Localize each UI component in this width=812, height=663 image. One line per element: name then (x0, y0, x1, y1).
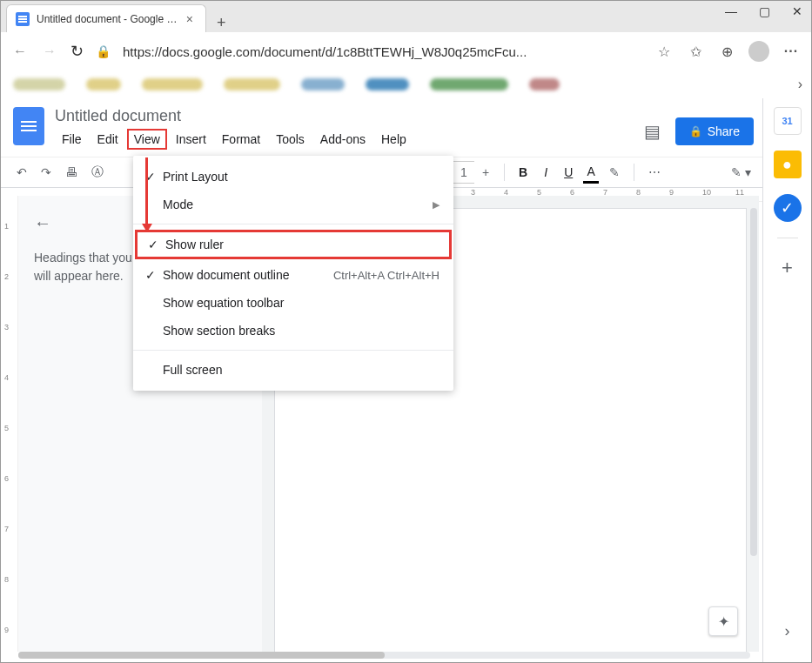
profile-avatar-icon[interactable] (748, 41, 769, 62)
bookmark-item[interactable] (86, 78, 121, 90)
menu-help[interactable]: Help (374, 129, 413, 150)
scroll-thumb[interactable] (18, 652, 385, 659)
text-color-button[interactable]: A (583, 162, 599, 184)
menu-edit[interactable]: Edit (91, 129, 125, 150)
share-button[interactable]: 🔒 Share (675, 117, 754, 145)
underline-button[interactable]: U (560, 162, 576, 183)
horizontal-scrollbar[interactable] (18, 652, 750, 659)
menu-item-show-equation[interactable]: Show equation toolbar (133, 289, 453, 317)
url-field[interactable]: https://docs.google.com/document/d/1c8Bt… (123, 44, 642, 59)
italic-button[interactable]: I (538, 162, 554, 183)
forward-icon[interactable]: → (41, 44, 58, 59)
menu-view[interactable]: View (127, 129, 167, 150)
menu-item-show-ruler[interactable]: ✓ Show ruler (135, 230, 452, 259)
redo-icon[interactable]: ↷ (37, 162, 55, 183)
side-panel-collapse-icon[interactable]: › (774, 617, 802, 645)
menu-item-full-screen[interactable]: Full screen (133, 356, 453, 384)
bookmark-item[interactable] (142, 78, 203, 90)
spellcheck-icon[interactable]: Ⓐ (88, 161, 107, 184)
star-icon[interactable]: ☆ (654, 44, 674, 60)
address-bar: ← → ↻ 🔒 https://docs.google.com/document… (1, 32, 811, 70)
view-menu-dropdown: ✓ Print Layout Mode ▶ ✓ Show ruler ✓ Sho… (133, 156, 453, 391)
vertical-scrollbar[interactable] (750, 208, 757, 556)
vertical-ruler[interactable]: 123456789 (1, 196, 18, 652)
new-tab-button[interactable]: + (206, 14, 237, 32)
keep-icon[interactable]: ● (774, 151, 802, 178)
menu-divider (133, 350, 453, 351)
menu-item-show-outline[interactable]: ✓ Show document outline Ctrl+Alt+A Ctrl+… (133, 261, 453, 289)
undo-icon[interactable]: ↶ (13, 162, 30, 183)
bookmarks-overflow-icon[interactable]: › (798, 77, 802, 92)
window-controls: — ▢ ✕ (722, 4, 806, 18)
highlight-button[interactable]: ✎ (606, 162, 623, 183)
menu-bar: File Edit View Insert Format Tools Add-o… (55, 129, 413, 150)
favorites-icon[interactable]: ✩ (686, 44, 705, 60)
submenu-arrow-icon: ▶ (433, 199, 440, 211)
back-icon[interactable]: ← (11, 44, 29, 59)
bookmark-item[interactable] (301, 78, 345, 90)
menu-addons[interactable]: Add-ons (313, 129, 372, 150)
print-icon[interactable]: 🖶 (62, 162, 81, 183)
browser-menu-icon[interactable]: ··· (782, 44, 801, 59)
toolbar-more-icon[interactable]: ⋯ (645, 162, 664, 183)
menu-tools[interactable]: Tools (269, 129, 312, 150)
zoom-in-button[interactable]: + (478, 162, 493, 183)
check-icon: ✓ (145, 268, 163, 282)
refresh-icon[interactable]: ↻ (70, 42, 84, 61)
collections-icon[interactable]: ⊕ (717, 44, 736, 60)
editing-mode-icon[interactable]: ✎ ▾ (728, 162, 755, 183)
menu-item-show-section[interactable]: Show section breaks (133, 317, 453, 345)
bookmarks-bar: › (1, 70, 811, 98)
calendar-icon[interactable]: 31 (774, 107, 802, 135)
docs-favicon-icon (16, 12, 30, 26)
menu-format[interactable]: Format (215, 129, 267, 150)
menu-item-mode[interactable]: Mode ▶ (133, 191, 453, 218)
shortcut-label: Ctrl+Alt+A Ctrl+Alt+H (333, 269, 440, 282)
close-window-icon[interactable]: ✕ (789, 4, 806, 18)
menu-insert[interactable]: Insert (169, 129, 213, 150)
share-label: Share (708, 124, 740, 138)
menu-file[interactable]: File (55, 129, 89, 150)
minimize-icon[interactable]: — (722, 4, 740, 18)
zoom-value[interactable]: 1 (453, 161, 474, 184)
annotation-arrow-icon (145, 157, 156, 232)
bookmark-item[interactable] (366, 78, 409, 90)
tab-close-icon[interactable]: × (183, 12, 197, 26)
tab-title: Untitled document - Google Doc (37, 13, 183, 25)
docs-header: Untitled document File Edit View Insert … (1, 98, 811, 150)
bookmark-item[interactable] (224, 78, 280, 90)
bold-button[interactable]: B (515, 162, 531, 183)
document-title[interactable]: Untitled document (55, 107, 413, 125)
tab-bar: Untitled document - Google Doc × + — ▢ ✕ (1, 1, 811, 32)
maximize-icon[interactable]: ▢ (755, 4, 773, 18)
docs-logo-icon[interactable] (13, 107, 44, 145)
menu-item-print-layout[interactable]: ✓ Print Layout (133, 163, 453, 191)
bookmark-item[interactable] (529, 78, 560, 90)
bookmark-item[interactable] (13, 78, 65, 90)
lock-icon: 🔒 (689, 125, 702, 137)
check-icon: ✓ (148, 238, 165, 251)
add-addon-icon[interactable]: + (774, 254, 802, 282)
browser-chrome: Untitled document - Google Doc × + — ▢ ✕… (1, 1, 811, 70)
side-panel: 31 ● ✓ + › (762, 98, 811, 662)
browser-tab[interactable]: Untitled document - Google Doc × (6, 4, 206, 32)
comments-icon[interactable]: ▤ (642, 121, 663, 142)
explore-button[interactable]: ✦ (708, 606, 738, 636)
lock-icon[interactable]: 🔒 (96, 44, 111, 58)
bookmark-item[interactable] (430, 78, 508, 90)
menu-divider (133, 224, 453, 224)
tasks-icon[interactable]: ✓ (774, 194, 802, 222)
